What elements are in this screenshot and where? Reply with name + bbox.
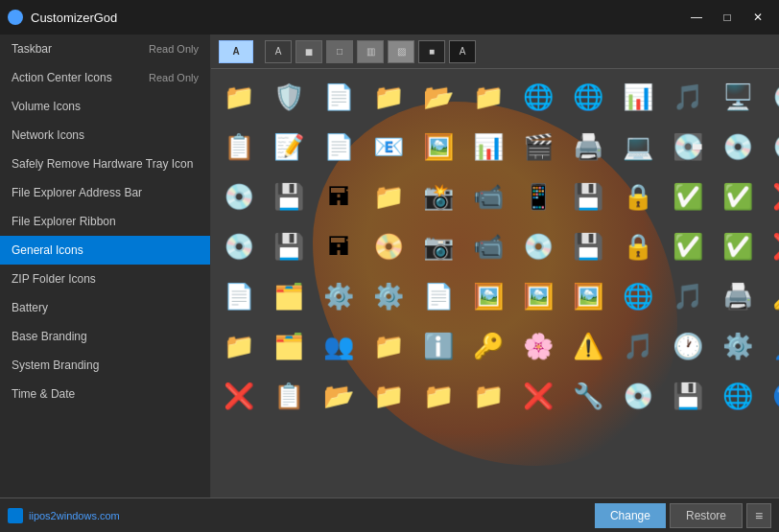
icon-cell[interactable]: ℹ️ [414,322,462,370]
icon-cell[interactable]: 🔧 [564,372,612,420]
icon-cell[interactable]: 💾 [664,372,712,420]
icon-cell[interactable]: 💿 [215,222,263,270]
icon-cell[interactable]: 📀 [365,222,413,270]
icon-cell[interactable]: ✅ [714,222,762,270]
icon-cell[interactable]: 🔒 [614,222,662,270]
icon-cell[interactable]: ✅ [714,173,762,220]
icon-cell[interactable]: 📸 [414,173,462,220]
icon-cell[interactable]: ⚙️ [315,272,363,320]
icon-cell[interactable]: 📁 [365,322,413,370]
icon-cell[interactable]: 🕐 [664,322,712,370]
icon-cell[interactable]: 📱 [514,173,562,220]
sidebar-item-action-center[interactable]: Action Center IconsRead Only [0,63,210,92]
icon-cell[interactable]: 💿 [714,123,762,171]
icon-cell[interactable]: 📁 [464,73,512,121]
icon-cell[interactable]: 🌸 [514,322,562,370]
icon-cell[interactable]: 🗂️ [265,322,313,370]
icon-cell[interactable]: 💾 [265,173,313,220]
sidebar-item-general-icons[interactable]: General Icons [0,236,210,265]
sidebar-item-volume[interactable]: Volume Icons [0,92,210,121]
icon-cell[interactable]: 📁 [365,372,413,420]
icon-cell[interactable]: 💾 [564,173,612,220]
toolbar-btn-1[interactable]: A [219,40,253,63]
sidebar-item-time-date[interactable]: Time & Date [0,380,210,408]
close-button[interactable]: ✕ [744,8,771,27]
sidebar-item-file-explorer-address[interactable]: File Explorer Address Bar [0,178,210,207]
icon-cell[interactable]: 📄 [315,123,363,171]
icon-cell[interactable]: 🎵 [664,272,712,320]
icon-cell[interactable]: 📄 [315,73,363,121]
icon-cell[interactable]: 🖨️ [564,123,612,171]
icon-cell[interactable]: 🌐 [614,272,662,320]
icon-cell[interactable]: 💿 [215,173,263,220]
icon-cell[interactable]: 📊 [464,123,512,171]
icon-cell[interactable]: 💻 [614,123,662,171]
icon-cell[interactable]: 📁 [215,322,263,370]
icon-cell[interactable]: 👤 [764,322,779,370]
icon-cell[interactable]: 🔑 [764,272,779,320]
icon-cell[interactable]: 📄 [414,272,462,320]
icon-cell[interactable]: 📹 [464,222,512,270]
minimize-button[interactable]: — [683,8,710,27]
icon-cell[interactable]: 🔵 [764,372,779,420]
icon-cell[interactable]: ❌ [764,173,779,220]
icon-cell[interactable]: 🖼️ [414,123,462,171]
toolbar-btn-5[interactable]: ▥ [357,40,384,63]
icon-cell[interactable]: ⚠️ [564,322,612,370]
toolbar-btn-7[interactable]: ■ [418,40,445,63]
icon-cell[interactable]: 💿 [514,222,562,270]
sidebar-item-base-branding[interactable]: Base Branding [0,322,210,351]
icon-cell[interactable]: 💾 [265,222,313,270]
icon-cell[interactable]: ✅ [664,173,712,220]
icon-cell[interactable]: 📁 [464,372,512,420]
icon-cell[interactable]: 💾 [564,222,612,270]
icon-cell[interactable]: 🖼️ [464,272,512,320]
icon-cell[interactable]: 📄 [215,272,263,320]
icon-cell[interactable]: 👥 [315,322,363,370]
icon-cell[interactable]: 📋 [265,372,313,420]
sidebar-item-safely-remove[interactable]: Safely Remove Hardware Tray Icon [0,150,210,178]
icon-cell[interactable]: 🌐 [564,73,612,121]
icon-cell[interactable]: 💽 [664,123,712,171]
change-button[interactable]: Change [595,503,666,528]
sidebar-item-system-branding[interactable]: System Branding [0,351,210,380]
sidebar-item-battery[interactable]: Battery [0,293,210,322]
sidebar-item-zip-folder[interactable]: ZIP Folder Icons [0,265,210,293]
icon-cell[interactable]: 📷 [414,222,462,270]
icon-cell[interactable]: 🔒 [614,173,662,220]
icon-cell[interactable]: 🌐 [514,73,562,121]
icon-cell[interactable]: 📂 [315,372,363,420]
icon-cell[interactable]: 🔑 [464,322,512,370]
icon-cell[interactable]: 📊 [614,73,662,121]
icon-cell[interactable]: 📁 [414,372,462,420]
icon-cell[interactable]: 🎵 [664,73,712,121]
icon-cell[interactable]: 💿 [764,123,779,171]
icon-cell[interactable]: 🖼️ [564,272,612,320]
icon-cell[interactable]: 🎵 [614,322,662,370]
icon-cell[interactable]: ❌ [215,372,263,420]
icon-cell[interactable]: 📝 [265,123,313,171]
icon-cell[interactable]: 📁 [365,173,413,220]
icon-cell[interactable]: 📋 [215,123,263,171]
sidebar-item-file-explorer-ribbon[interactable]: File Explorer Ribbon [0,207,210,236]
icon-cell[interactable]: 📁 [215,73,263,121]
icon-cell[interactable]: 📁 [365,73,413,121]
icon-cell[interactable]: 🖥️ [714,73,762,121]
sidebar-item-network[interactable]: Network Icons [0,121,210,150]
icon-cell[interactable]: 🛡️ [265,73,313,121]
sidebar-item-taskbar[interactable]: TaskbarRead Only [0,35,210,63]
maximize-button[interactable]: □ [714,8,741,27]
icon-cell[interactable]: ❌ [764,222,779,270]
icon-cell[interactable]: 🗂️ [265,272,313,320]
icon-cell[interactable]: ✅ [664,222,712,270]
toolbar-btn-6[interactable]: ▨ [388,40,414,63]
icon-cell[interactable]: 🌐 [714,372,762,420]
icon-cell[interactable]: 📹 [464,173,512,220]
icon-cell[interactable]: ⚙️ [365,272,413,320]
icon-cell[interactable]: 📧 [365,123,413,171]
menu-button[interactable]: ≡ [746,503,771,528]
icon-cell[interactable]: 🖨️ [714,272,762,320]
toolbar-btn-8[interactable]: A [449,40,476,63]
toolbar-btn-3[interactable]: ■ [295,40,322,63]
icon-cell[interactable]: 💿 [614,372,662,420]
